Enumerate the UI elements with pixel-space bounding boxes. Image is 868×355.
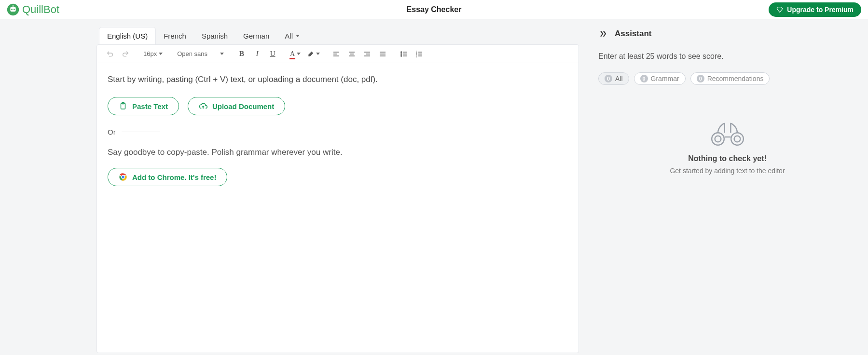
chip-count: 0 bbox=[697, 75, 704, 82]
brand-name: QuillBot bbox=[22, 3, 59, 16]
chevron-down-icon bbox=[316, 53, 320, 55]
formatting-toolbar: 16px Open sans B I U A bbox=[97, 45, 579, 63]
font-size-select[interactable]: 16px bbox=[140, 50, 165, 57]
empty-title: Nothing to check yet! bbox=[598, 154, 856, 163]
tab-english[interactable]: English (US) bbox=[99, 27, 156, 44]
upload-document-button[interactable]: Upload Document bbox=[188, 97, 285, 115]
align-center-button[interactable] bbox=[345, 48, 358, 60]
score-hint: Enter at least 25 words to see score. bbox=[598, 52, 856, 61]
filter-chips: 0 All 0 Grammar 0 Recommendations bbox=[598, 72, 856, 85]
font-size-value: 16px bbox=[143, 50, 157, 57]
quillbot-icon bbox=[7, 3, 19, 16]
divider-line bbox=[122, 132, 160, 132]
svg-point-18 bbox=[401, 54, 402, 55]
svg-point-34 bbox=[731, 133, 744, 145]
diamond-icon bbox=[776, 6, 783, 13]
bold-button[interactable]: B bbox=[235, 48, 248, 60]
upload-label: Upload Document bbox=[212, 102, 274, 110]
chip-all[interactable]: 0 All bbox=[598, 72, 629, 85]
left-gutter bbox=[0, 19, 96, 355]
highlighter-icon bbox=[307, 51, 314, 57]
upgrade-button[interactable]: Upgrade to Premium bbox=[769, 2, 861, 17]
highlight-button[interactable] bbox=[306, 48, 321, 60]
tab-label: Spanish bbox=[202, 32, 228, 40]
svg-point-36 bbox=[715, 136, 721, 142]
brand-logo[interactable]: QuillBot bbox=[7, 3, 59, 16]
font-family-value: Open sans bbox=[177, 50, 207, 57]
underline-button[interactable]: U bbox=[266, 48, 279, 60]
tab-label: English (US) bbox=[107, 32, 148, 40]
tab-german[interactable]: German bbox=[235, 27, 277, 44]
upgrade-label: Upgrade to Premium bbox=[787, 6, 854, 14]
chip-recommendations[interactable]: 0 Recommendations bbox=[690, 72, 770, 85]
svg-text:3: 3 bbox=[416, 55, 417, 57]
tab-label: All bbox=[285, 32, 293, 40]
svg-rect-1 bbox=[10, 7, 15, 12]
tab-label: French bbox=[164, 32, 186, 40]
empty-state: Nothing to check yet! Get started by add… bbox=[598, 119, 856, 175]
bullet-list-button[interactable] bbox=[398, 48, 410, 60]
chrome-label: Add to Chrome. It's free! bbox=[132, 173, 216, 181]
svg-point-37 bbox=[734, 136, 740, 142]
svg-point-32 bbox=[122, 176, 125, 179]
svg-point-33 bbox=[712, 133, 724, 145]
align-justify-button[interactable] bbox=[376, 48, 389, 60]
or-divider: Or bbox=[108, 128, 568, 136]
editor-body[interactable]: Start by writing, pasting (Ctrl + V) tex… bbox=[97, 63, 579, 198]
undo-button[interactable] bbox=[104, 48, 116, 60]
page-title: Essay Checker bbox=[407, 5, 462, 14]
editor-wrap: English (US) French Spanish German All bbox=[96, 19, 579, 355]
tab-label: German bbox=[243, 32, 269, 40]
top-header: QuillBot Essay Checker Upgrade to Premiu… bbox=[0, 0, 868, 19]
text-color-button[interactable]: A bbox=[288, 48, 303, 60]
chip-label: All bbox=[615, 75, 623, 82]
svg-rect-4 bbox=[13, 5, 14, 7]
editor-card: 16px Open sans B I U A bbox=[96, 44, 579, 353]
or-label: Or bbox=[108, 128, 116, 136]
add-to-chrome-button[interactable]: Add to Chrome. It's free! bbox=[108, 168, 227, 186]
font-family-select[interactable]: Open sans bbox=[174, 50, 227, 57]
empty-subtitle: Get started by adding text to the editor bbox=[598, 167, 856, 175]
align-right-button[interactable] bbox=[361, 48, 373, 60]
chip-count: 0 bbox=[640, 75, 648, 82]
paste-text-button[interactable]: Paste Text bbox=[108, 97, 179, 115]
chip-count: 0 bbox=[605, 75, 612, 82]
tagline-text: Say goodbye to copy-paste. Polish gramma… bbox=[108, 148, 568, 157]
chevron-down-icon bbox=[296, 35, 300, 37]
chevron-down-icon bbox=[220, 53, 224, 55]
clipboard-icon bbox=[119, 102, 127, 110]
assistant-panel: Assistant Enter at least 25 words to see… bbox=[579, 19, 868, 355]
svg-point-17 bbox=[401, 52, 402, 53]
tab-spanish[interactable]: Spanish bbox=[194, 27, 235, 44]
assistant-header: Assistant bbox=[598, 29, 856, 39]
tab-all[interactable]: All bbox=[277, 27, 307, 44]
chevron-down-icon bbox=[297, 53, 301, 55]
assistant-title: Assistant bbox=[615, 29, 652, 39]
binoculars-icon bbox=[708, 119, 747, 148]
action-row: Paste Text Upload Document bbox=[108, 97, 568, 115]
language-tabs: English (US) French Spanish German All bbox=[96, 25, 579, 44]
tab-french[interactable]: French bbox=[156, 27, 194, 44]
chrome-icon bbox=[119, 173, 127, 181]
italic-button[interactable]: I bbox=[251, 48, 263, 60]
align-left-button[interactable] bbox=[330, 48, 343, 60]
numbered-list-button[interactable]: 123 bbox=[413, 48, 426, 60]
chevron-down-icon bbox=[159, 53, 163, 55]
chip-label: Recommendations bbox=[707, 75, 764, 82]
svg-point-2 bbox=[11, 8, 13, 10]
upload-cloud-icon bbox=[199, 102, 207, 110]
chip-label: Grammar bbox=[651, 75, 679, 82]
collapse-icon[interactable] bbox=[598, 29, 608, 39]
svg-point-3 bbox=[14, 8, 15, 10]
paste-label: Paste Text bbox=[132, 102, 168, 110]
redo-button[interactable] bbox=[119, 48, 132, 60]
main-area: English (US) French Spanish German All bbox=[0, 19, 868, 355]
svg-point-19 bbox=[401, 55, 402, 56]
editor-placeholder: Start by writing, pasting (Ctrl + V) tex… bbox=[108, 75, 568, 84]
chip-grammar[interactable]: 0 Grammar bbox=[634, 72, 686, 85]
